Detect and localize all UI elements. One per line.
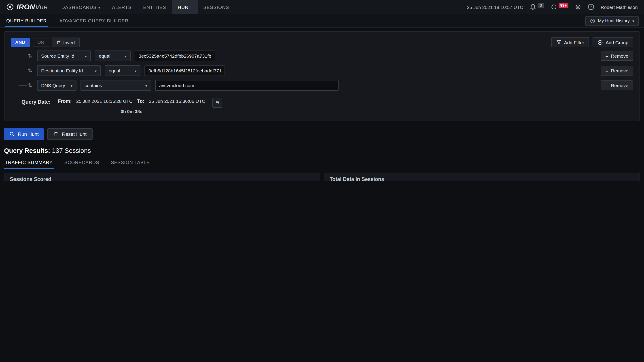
notifications-button[interactable]: 0	[530, 3, 544, 10]
add-group-button[interactable]: Add Group	[592, 37, 633, 47]
svg-text:?: ?	[590, 5, 592, 9]
chevron-down-icon	[134, 68, 136, 73]
tab-traffic-summary[interactable]: TRAFFIC SUMMARY	[4, 160, 54, 169]
query-date-box: From: 25 Jun 2021 16:35:28 UTC To: 25 Ju…	[55, 97, 208, 116]
reset-hunt-button[interactable]: Reset Hunt	[48, 128, 92, 140]
tab-query-builder[interactable]: QUERY BUILDER	[5, 14, 48, 27]
query-results-count: 137 Sessions	[52, 147, 91, 154]
builder-tabbar: QUERY BUILDER ADVANCED QUERY BUILDER My …	[0, 14, 644, 28]
help-icon: ?	[588, 3, 594, 10]
field-select[interactable]: DNS Query	[37, 80, 76, 91]
refresh-button[interactable]: 99+	[550, 3, 568, 10]
calendar-icon	[216, 100, 219, 105]
invert-button[interactable]: Invert	[52, 37, 80, 47]
chevron-down-icon	[95, 68, 96, 73]
and-toggle[interactable]: AND	[11, 38, 30, 47]
query-results-title: Query Results: 137 Sessions	[4, 147, 640, 154]
run-hunt-label: Run Hunt	[18, 131, 39, 137]
query-results-label: Query Results:	[4, 147, 50, 154]
chevron-down-icon	[632, 18, 634, 23]
to-label: To:	[137, 98, 144, 104]
operator-select-value: contains	[84, 83, 102, 88]
brand-logo[interactable]: IRONVue	[6, 3, 48, 11]
query-date-range[interactable]: From: 25 Jun 2021 16:35:28 UTC To: 25 Ju…	[55, 97, 208, 107]
drag-handle-icon[interactable]	[27, 67, 33, 74]
filter-value-input[interactable]	[144, 65, 225, 76]
query-date-row: Query Date: From: 25 Jun 2021 16:35:28 U…	[22, 97, 633, 116]
invert-icon	[56, 39, 60, 45]
results-tabbar: TRAFFIC SUMMARY SCORECARDS SESSION TABLE	[4, 160, 640, 169]
nav-entities[interactable]: ENTITIES	[137, 0, 172, 14]
run-hunt-button[interactable]: Run Hunt	[4, 128, 44, 140]
charts-row: Sessions Scored 137 125.00100.0075.0050.…	[4, 173, 640, 181]
to-value[interactable]: 25 Jun 2021 16:36:06 UTC	[149, 98, 205, 104]
minus-icon	[606, 83, 608, 88]
from-value[interactable]: 25 Jun 2021 16:35:28 UTC	[76, 98, 132, 104]
operator-select[interactable]: contains	[80, 80, 151, 91]
chevron-down-icon	[71, 83, 72, 88]
brand-iron: IRON	[16, 3, 35, 10]
nav-hunt[interactable]: HUNT	[172, 0, 198, 14]
nav-hunt-label: HUNT	[178, 4, 192, 9]
field-select[interactable]: Destination Entity Id	[37, 65, 100, 76]
filter-value-input[interactable]	[134, 50, 215, 61]
remove-filter-button[interactable]: Remove	[600, 66, 633, 75]
remove-filter-button[interactable]: Remove	[600, 80, 633, 90]
field-select-value: Source Entity Id	[41, 53, 74, 58]
tab-session-table[interactable]: SESSION TABLE	[110, 160, 151, 169]
field-select[interactable]: Source Entity Id	[37, 50, 91, 61]
user-menu[interactable]: Robert Mathieson	[600, 4, 638, 9]
query-builder-panel: AND OR Invert Add Filter	[4, 31, 640, 121]
history-clock-icon	[590, 18, 595, 23]
invert-label: Invert	[63, 39, 75, 45]
filter-value-input[interactable]	[155, 80, 338, 91]
remove-label: Remove	[611, 83, 628, 88]
field-select-value: Destination Entity Id	[41, 68, 83, 73]
chevron-down-icon	[125, 53, 126, 58]
panel-title: Total Data In Sessions	[324, 173, 640, 181]
minus-icon	[606, 68, 608, 73]
nav-alerts-label: ALERTS	[112, 4, 132, 9]
main-nav: DASHBOARDS ALERTS ENTITIES HUNT SESSIONS	[56, 0, 235, 14]
bell-icon	[530, 3, 536, 10]
settings-button[interactable]	[575, 3, 582, 10]
nav-alerts[interactable]: ALERTS	[106, 0, 137, 14]
hunt-history-button[interactable]: My Hunt History	[586, 16, 639, 26]
drag-handle-icon[interactable]	[27, 53, 33, 59]
total-data-panel: Total Data In Sessions 107 KiB 97.66 KiB…	[324, 173, 640, 181]
tab-scorecards[interactable]: SCORECARDS	[63, 160, 100, 169]
hunt-actions: Run Hunt Reset Hunt	[4, 128, 640, 140]
notifications-badge: 0	[538, 2, 544, 8]
remove-filter-button[interactable]: Remove	[600, 51, 633, 61]
nav-sessions-label: SESSIONS	[203, 4, 229, 9]
nav-dashboards[interactable]: DASHBOARDS	[56, 0, 106, 14]
add-group-label: Add Group	[606, 39, 628, 45]
filter-tree: Source Entity Id equal Remove Destinatio…	[16, 50, 633, 91]
filter-row: Destination Entity Id equal Remove	[27, 65, 633, 76]
filter-row: DNS Query contains Remove	[27, 79, 633, 91]
utc-clock: 25 Jun 2021 18:10:57 UTC	[467, 4, 523, 9]
hunt-history-label: My Hunt History	[598, 18, 630, 23]
query-duration: 0h 0m 38s	[60, 107, 203, 116]
calendar-button[interactable]	[212, 98, 222, 108]
top-navbar: IRONVue DASHBOARDS ALERTS ENTITIES HUNT …	[0, 0, 644, 14]
or-toggle[interactable]: OR	[32, 38, 49, 47]
operator-select[interactable]: equal	[105, 65, 140, 76]
query-date-label: Query Date:	[22, 99, 50, 105]
drag-handle-icon[interactable]	[27, 82, 33, 88]
nav-dashboards-label: DASHBOARDS	[62, 4, 96, 9]
chevron-down-icon	[145, 83, 147, 88]
refresh-badge: 99+	[558, 2, 568, 8]
operator-select[interactable]: equal	[95, 50, 130, 61]
add-filter-button[interactable]: Add Filter	[552, 37, 589, 47]
minus-icon	[606, 53, 608, 58]
help-button[interactable]: ?	[588, 3, 594, 10]
nav-sessions[interactable]: SESSIONS	[198, 0, 235, 14]
remove-label: Remove	[611, 68, 628, 73]
nav-entities-label: ENTITIES	[143, 4, 166, 9]
operator-select-value: equal	[99, 53, 110, 58]
ironvue-logo-icon	[6, 3, 14, 11]
field-select-value: DNS Query	[41, 83, 65, 88]
tab-advanced-query-builder[interactable]: ADVANCED QUERY BUILDER	[58, 14, 129, 27]
reset-hunt-label: Reset Hunt	[62, 131, 86, 137]
